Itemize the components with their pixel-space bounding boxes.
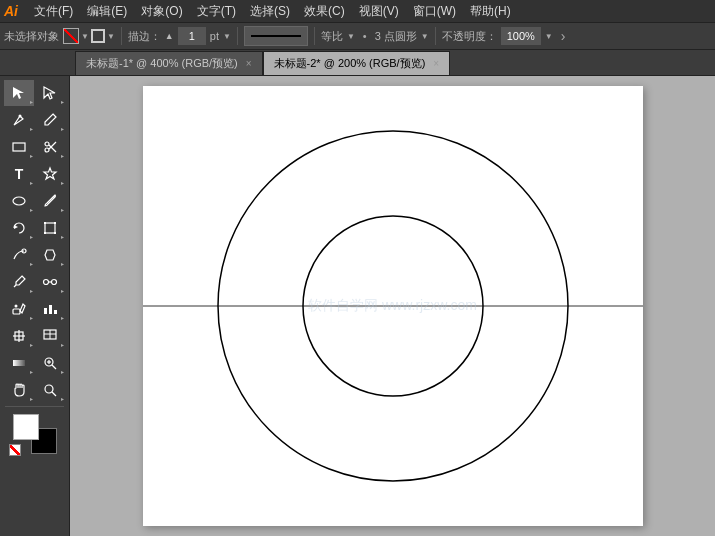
tools-separator	[5, 406, 64, 407]
tool-pen[interactable]: ▸	[4, 107, 34, 133]
separator-3	[314, 27, 315, 45]
tools-panel: ▸ ▸ ▸ ▸ ▸ ▸	[0, 76, 70, 536]
stroke-unit-label: pt	[210, 30, 219, 42]
fill-slash-icon[interactable]	[63, 28, 79, 44]
tool-scissors[interactable]: ▸	[35, 134, 65, 160]
tool-rotate[interactable]: ▸	[4, 215, 34, 241]
stroke-up-arrow[interactable]: ▲	[165, 31, 174, 41]
svg-rect-13	[54, 222, 56, 224]
tool-star[interactable]: ▸	[35, 161, 65, 187]
tool-type[interactable]: T ▸	[4, 161, 34, 187]
separator-2	[237, 27, 238, 45]
tool-puppet-arrow: ▸	[61, 260, 64, 267]
menu-object[interactable]: 对象(O)	[135, 1, 188, 22]
app-logo: Ai	[4, 3, 18, 19]
tool-gradient-arrow: ▸	[30, 368, 33, 375]
tool-slice-arrow: ▸	[61, 341, 64, 348]
expand-icon[interactable]: ›	[561, 28, 566, 44]
main-layout: ▸ ▸ ▸ ▸ ▸ ▸	[0, 76, 715, 536]
equal-ratio-dropdown[interactable]: ▼	[347, 32, 355, 41]
tab-2-close[interactable]: ×	[433, 58, 439, 69]
fill-stroke-control[interactable]: ▼ ▼	[63, 28, 115, 44]
tabs-bar: 未标题-1* @ 400% (RGB/预览) × 未标题-2* @ 200% (…	[0, 50, 715, 76]
tool-gradient[interactable]: ▸	[4, 350, 34, 376]
color-swatches-area	[7, 414, 63, 458]
menu-view[interactable]: 视图(V)	[353, 1, 405, 22]
tool-pencil[interactable]: ▸	[35, 107, 65, 133]
point-round-label: 3 点圆形	[375, 29, 417, 44]
tool-symbol[interactable]: ▸	[4, 296, 34, 322]
none-swatch[interactable]	[9, 444, 21, 456]
stroke-dropdown-arrow[interactable]: ▼	[107, 32, 115, 41]
tool-magnify[interactable]: ▸	[35, 377, 65, 403]
stroke-line-preview[interactable]	[244, 26, 308, 46]
canvas-background: 软件自学网 www.rjzxw.com	[143, 86, 643, 526]
tool-row-type: T ▸ ▸	[2, 161, 67, 187]
svg-rect-21	[13, 309, 20, 314]
tool-hand[interactable]: ▸	[35, 323, 65, 349]
tool-warp[interactable]: ▸	[4, 242, 34, 268]
menu-edit[interactable]: 编辑(E)	[81, 1, 133, 22]
svg-point-5	[45, 148, 49, 152]
tool-pen-arrow: ▸	[30, 125, 33, 132]
drawing-svg	[143, 86, 643, 526]
menu-window[interactable]: 窗口(W)	[407, 1, 462, 22]
tool-row-eyedrop: ▸ ▸	[2, 269, 67, 295]
opacity-dropdown[interactable]: ▼	[545, 32, 553, 41]
svg-rect-14	[44, 232, 46, 234]
tool-brush[interactable]: ▸	[35, 188, 65, 214]
opacity-label: 不透明度：	[442, 29, 497, 44]
tool-row-warp: ▸ ▸	[2, 242, 67, 268]
tool-magnify-arrow: ▸	[61, 395, 64, 402]
svg-rect-11	[45, 223, 55, 233]
tool-brush-arrow: ▸	[61, 206, 64, 213]
tool-pencil-arrow: ▸	[61, 125, 64, 132]
tool-rectangle[interactable]: ▸	[4, 134, 34, 160]
stroke-value-input[interactable]	[178, 27, 206, 45]
tab-2-label: 未标题-2* @ 200% (RGB/预览)	[274, 56, 426, 71]
tool-row-symbol: ▸ ▸	[2, 296, 67, 322]
svg-line-38	[52, 392, 56, 396]
tool-rect-arrow: ▸	[30, 152, 33, 159]
svg-rect-12	[44, 222, 46, 224]
tool-artboard[interactable]: ▸	[4, 323, 34, 349]
tab-document-1[interactable]: 未标题-1* @ 400% (RGB/预览) ×	[75, 51, 263, 75]
opacity-value-input[interactable]	[501, 27, 541, 45]
tool-zoom[interactable]: ▸	[35, 350, 65, 376]
fill-dropdown-arrow[interactable]: ▼	[81, 32, 89, 41]
menu-help[interactable]: 帮助(H)	[464, 1, 517, 22]
foreground-color-swatch[interactable]	[13, 414, 39, 440]
stroke-unit-dropdown[interactable]: ▼	[223, 32, 231, 41]
tool-warp-arrow: ▸	[30, 260, 33, 267]
tool-row-pan: ▸ ▸	[2, 377, 67, 403]
svg-marker-10	[14, 225, 18, 229]
tool-blend-arrow: ▸	[61, 287, 64, 294]
point-round-dropdown[interactable]: ▼	[421, 32, 429, 41]
tab-1-close[interactable]: ×	[246, 58, 252, 69]
tool-blend[interactable]: ▸	[35, 269, 65, 295]
tool-column-graph[interactable]: ▸	[35, 296, 65, 322]
tool-transform-arrow: ▸	[61, 233, 64, 240]
menu-file[interactable]: 文件(F)	[28, 1, 79, 22]
svg-point-18	[44, 280, 49, 285]
menu-effect[interactable]: 效果(C)	[298, 1, 351, 22]
tool-free-transform[interactable]: ▸	[35, 215, 65, 241]
tool-eyedropper[interactable]: ▸	[4, 269, 34, 295]
svg-rect-15	[54, 232, 56, 234]
tool-pan[interactable]: ▸	[4, 377, 34, 403]
dot-separator: •	[359, 30, 371, 42]
menu-text[interactable]: 文字(T)	[191, 1, 242, 22]
menu-select[interactable]: 选择(S)	[244, 1, 296, 22]
svg-point-4	[45, 142, 49, 146]
tool-ellipse[interactable]: ▸	[4, 188, 34, 214]
tool-select[interactable]: ▸	[4, 80, 34, 106]
tab-document-2[interactable]: 未标题-2* @ 200% (RGB/预览) ×	[263, 51, 451, 75]
tool-puppet-warp[interactable]: ▸	[35, 242, 65, 268]
type-icon: T	[15, 166, 24, 182]
tool-rotate-arrow: ▸	[30, 233, 33, 240]
tool-row-select: ▸ ▸	[2, 80, 67, 106]
tool-direct-select[interactable]: ▸	[35, 80, 65, 106]
svg-marker-0	[13, 87, 24, 99]
svg-point-19	[52, 280, 57, 285]
tool-row-shape: ▸ ▸	[2, 134, 67, 160]
